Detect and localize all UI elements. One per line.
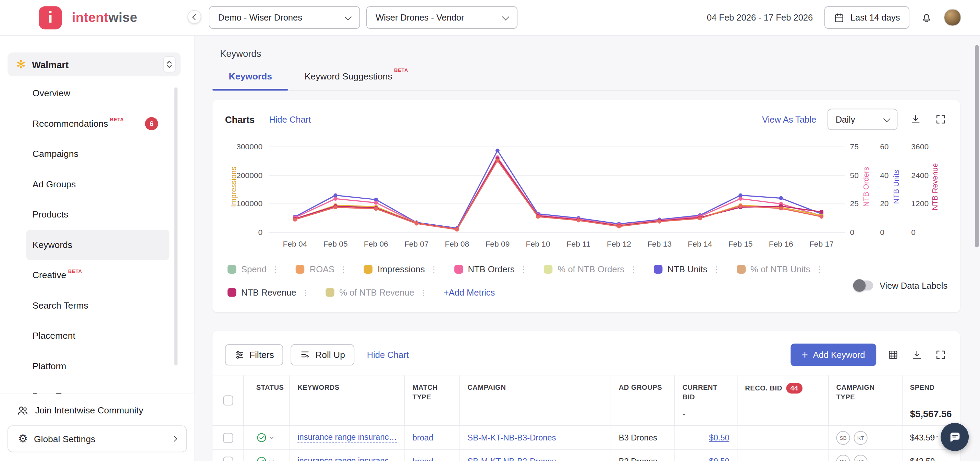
table-header-row: STATUS KEYWORDS MATCH TYPE CAMPAIGN AD G… [212,375,960,426]
column-header-campaign-type[interactable]: CAMPAIGN TYPE [836,383,894,402]
x-axis-tick: Feb 09 [485,240,509,249]
reco-bid-count-badge: 44 [786,383,802,394]
select-all-checkbox[interactable] [223,396,233,405]
intentwise-wordmark: intentwise [72,10,137,25]
page-scrollbar[interactable] [975,45,978,247]
column-header-ad-groups[interactable]: AD GROUPS [619,383,667,393]
keyword-link[interactable]: insurance range insurance ch... [298,432,397,443]
sidebar-nav: Overview RecommendationsBETA 6 Campaigns… [0,78,194,411]
legend-item-of-ntb-orders[interactable]: % of NTB Orders⋮ [544,264,637,274]
sidebar-item-campaigns[interactable]: Campaigns [26,139,170,169]
filters-icon [234,350,244,359]
legend-item-ntb-units[interactable]: NTB Units⋮ [654,264,721,274]
granularity-dropdown[interactable]: Daily [827,108,897,130]
sidebar-item-global-settings[interactable]: ⚙ Global Settings [8,425,187,452]
sidebar-item-placement[interactable]: Placement [26,321,170,351]
column-header-keywords[interactable]: KEYWORDS [298,383,397,393]
download-chart-icon[interactable] [909,112,923,126]
legend-menu-icon[interactable]: ⋮ [419,288,427,297]
column-header-status[interactable]: STATUS [256,383,282,393]
view-data-labels-label: View Data Labels [880,280,947,291]
legend-menu-icon[interactable]: ⋮ [630,264,638,273]
status-enabled-icon[interactable] [256,456,267,461]
row-checkbox[interactable] [223,456,233,461]
legend-menu-icon[interactable]: ⋮ [713,264,721,273]
table-view-icon[interactable] [886,348,900,362]
current-bid-link[interactable]: $0.50 [709,456,729,461]
beta-tag: BETA [68,269,82,274]
sidebar-item-overview[interactable]: Overview [26,78,170,108]
chat-launcher-button[interactable] [940,423,969,451]
legend-menu-icon[interactable]: ⋮ [271,264,280,273]
rollup-button[interactable]: Roll Up [291,344,354,366]
expand-table-icon[interactable] [934,348,947,362]
hide-table-chart-link[interactable]: Hide Chart [367,350,409,359]
legend-menu-icon[interactable]: ⋮ [430,264,438,273]
sidebar-item-recommendations[interactable]: RecommendationsBETA 6 [26,108,170,138]
legend-item-ntb-orders[interactable]: NTB Orders⋮ [454,264,528,274]
legend-item-impressions[interactable]: Impressions⋮ [364,264,438,274]
channel-switch-icon[interactable] [163,56,175,72]
campaign-link[interactable]: SB-M-KT-NB-B3-Drones [468,433,556,442]
legend-item-spend[interactable]: Spend⋮ [228,264,280,274]
legend-menu-icon[interactable]: ⋮ [519,264,528,273]
download-table-icon[interactable] [910,348,924,362]
column-header-reco-bid[interactable]: RECO. BID [745,383,782,393]
sidebar-item-ad-groups[interactable]: Ad Groups [26,169,170,199]
account-selector-dropdown[interactable]: Demo - Wiser Drones [209,6,360,29]
add-keyword-button[interactable]: + Add Keyword [791,343,876,366]
date-preset-button[interactable]: Last 14 days [824,6,909,29]
legend-item-of-ntb-units[interactable]: % of NTB Units⋮ [737,264,823,274]
status-enabled-icon[interactable] [256,432,267,443]
sidebar-item-community[interactable]: Join Intentwise Community [8,399,187,426]
column-header-campaign[interactable]: CAMPAIGN [468,383,603,393]
legend-menu-icon[interactable]: ⋮ [815,264,823,273]
sidebar-item-keywords[interactable]: Keywords [26,229,170,260]
chart-legend: Spend⋮ROAS⋮Impressions⋮NTB Orders⋮% of N… [212,254,960,309]
sidebar-item-search-terms[interactable]: Search Terms [26,290,170,320]
chevron-down-icon [883,115,891,122]
x-axis-tick: Feb 14 [688,240,712,249]
chevron-down-icon[interactable] [269,459,274,461]
legend-menu-icon[interactable]: ⋮ [340,264,348,273]
tab-keyword-suggestions[interactable]: Keyword SuggestionsBETA [288,67,424,90]
legend-swatch [326,288,334,297]
sidebar-scrollbar[interactable] [174,87,178,366]
view-as-table-link[interactable]: View As Table [762,114,816,124]
match-type-value[interactable]: broad [412,456,433,461]
profile-selector-dropdown[interactable]: Wiser Drones - Vendor [366,6,517,29]
row-checkbox[interactable] [223,432,233,442]
more-options-icon[interactable]: ⋯ [929,431,939,442]
hide-chart-link[interactable]: Hide Chart [269,114,311,124]
sidebar-item-creative[interactable]: CreativeBETA [26,260,170,290]
sidebar-item-platform[interactable]: Platform [26,351,170,381]
tab-keywords[interactable]: Keywords [212,67,288,90]
channel-selector[interactable]: ✻ Walmart [8,52,181,76]
column-header-spend[interactable]: SPEND [910,383,953,393]
x-axis-tick: Feb 16 [769,240,793,249]
column-header-match-type[interactable]: MATCH TYPE [412,383,452,402]
legend-item-ntb-revenue[interactable]: NTB Revenue⋮ [228,287,309,297]
notifications-bell-icon[interactable] [921,12,933,24]
filters-button[interactable]: Filters [225,344,284,366]
y-axis-tick: 0 [212,229,262,237]
keyword-link[interactable]: insurance range insurance ch... [298,456,397,461]
y-axis-title-ntb-units: NTB Units [892,170,901,204]
collapse-sidebar-button[interactable] [188,10,201,24]
add-metrics-link[interactable]: +Add Metrics [444,287,495,297]
view-data-labels-toggle[interactable] [854,280,873,291]
column-header-current-bid[interactable]: CURRENT BID [682,383,730,402]
legend-item-of-ntb-revenue[interactable]: % of NTB Revenue⋮ [326,287,427,297]
expand-chart-icon[interactable] [934,112,947,126]
chevron-down-icon[interactable] [269,435,274,439]
match-type-value[interactable]: broad [412,433,433,442]
user-avatar[interactable] [944,9,961,26]
legend-item-roas[interactable]: ROAS⋮ [296,264,348,274]
current-bid-total: - [682,409,730,419]
sidebar-item-products[interactable]: Products [26,199,170,229]
legend-label: % of NTB Revenue [339,287,414,297]
x-axis-tick: Feb 13 [647,240,671,249]
current-bid-link[interactable]: $0.50 [709,433,729,442]
legend-menu-icon[interactable]: ⋮ [301,288,309,297]
campaign-link[interactable]: SB-M-KT-NB-B2-Drones [468,456,556,461]
